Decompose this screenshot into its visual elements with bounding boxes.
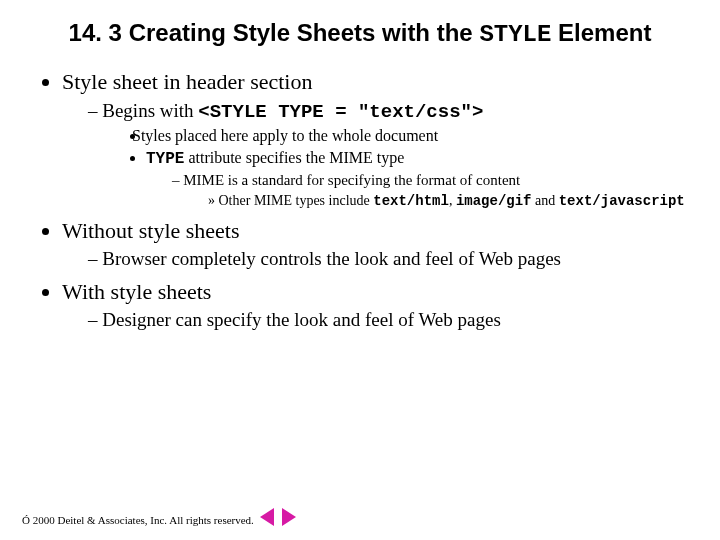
title-post: Element	[551, 19, 651, 46]
title-code: STYLE	[479, 21, 551, 48]
mime-mid1: ,	[449, 193, 456, 208]
mime-c2: image/gif	[456, 193, 532, 209]
bullet-2-1-text: Browser completely controls the look and…	[102, 248, 561, 269]
bullet-1-1: Begins with <STYLE TYPE = "text/css"> St…	[88, 99, 692, 211]
bullet-1-text: Style sheet in header section	[62, 69, 312, 94]
bullet-list: Style sheet in header section Begins wit…	[28, 68, 692, 333]
mime-pre: Other MIME types include	[219, 193, 374, 208]
bullet-1: Style sheet in header section Begins wit…	[62, 68, 692, 211]
bullet-3: With style sheets Designer can specify t…	[62, 278, 692, 333]
bullet-1-1-b-i: MIME is a standard for specifying the fo…	[172, 171, 692, 210]
prev-arrow-icon[interactable]	[260, 508, 274, 526]
slide: 14. 3 Creating Style Sheets with the STY…	[0, 0, 720, 540]
copyright-footer: Ó 2000 Deitel & Associates, Inc. All rig…	[22, 514, 254, 526]
mime-c3: text/javascript	[559, 193, 685, 209]
bullet-3-1-text: Designer can specify the look and feel o…	[102, 309, 501, 330]
bullet-1-1-b: TYPE attribute specifies the MIME type M…	[146, 148, 692, 210]
bullet-1-1-a: Styles placed here apply to the whole do…	[146, 126, 692, 146]
bullet-1-1-b-i-a: Other MIME types include text/html, imag…	[208, 192, 692, 211]
mime-mid2: and	[532, 193, 559, 208]
slide-title: 14. 3 Creating Style Sheets with the STY…	[68, 18, 652, 50]
bullet-2-text: Without style sheets	[62, 218, 240, 243]
bullet-1-1-b-post: attribute specifies the MIME type	[184, 149, 404, 166]
next-arrow-icon[interactable]	[282, 508, 296, 526]
bullet-1-1-b-code: TYPE	[146, 150, 184, 168]
bullet-3-text: With style sheets	[62, 279, 211, 304]
bullet-1-1-b-i-text: MIME is a standard for specifying the fo…	[183, 172, 520, 188]
slide-nav	[258, 508, 298, 530]
bullet-2: Without style sheets Browser completely …	[62, 217, 692, 272]
bullet-3-1: Designer can specify the look and feel o…	[88, 308, 692, 333]
title-pre: 14. 3 Creating Style Sheets with the	[69, 19, 480, 46]
bullet-2-1: Browser completely controls the look and…	[88, 247, 692, 272]
bullet-1-1-pre: Begins with	[102, 100, 198, 121]
mime-c1: text/html	[373, 193, 449, 209]
bullet-1-1-code: <STYLE TYPE = "text/css">	[198, 101, 483, 123]
